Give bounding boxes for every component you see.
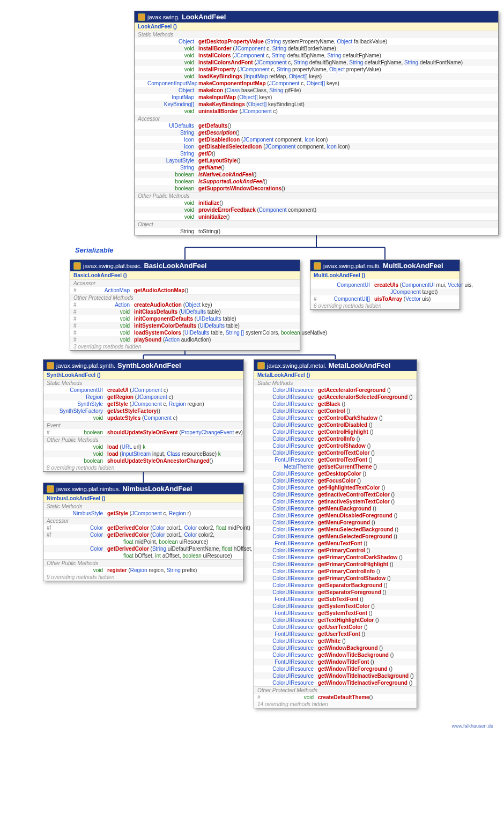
method-list: UIDefaultsgetDefaults()StringgetDescript…: [135, 122, 498, 192]
method-row: voidinstallBorder (JComponent c, String …: [135, 45, 498, 52]
method-row: #voidplaySound (Action audioAction): [70, 336, 300, 343]
method-row: #ComponentUI[]uisToArray (Vector uis): [310, 295, 459, 302]
class-box-nimbuslookandfeel: javax.swing.plaf.nimbus.NimbusLookAndFee…: [43, 483, 244, 581]
method-row: voidload (URL url) k: [43, 443, 243, 450]
method-row: SynthStyleFactoryget/setStyleFactory(): [43, 408, 243, 414]
method-list: #booleanshouldUpdateStyleOnEvent (Proper…: [43, 429, 243, 436]
method-row: ColorUIResourcegetWindowTitleInactiveBac…: [254, 672, 417, 679]
section-label: Other Public Methods: [43, 559, 243, 567]
method-list: voidregister (Region region, String pref…: [43, 567, 243, 574]
method-row: InputMapmakeInputMap (Object[] keys): [135, 94, 498, 101]
method-row: #voidloadSystemColors (UIDefaults table,…: [70, 329, 300, 336]
method-row: #voidinitComponentDefaults (UIDefaults t…: [70, 315, 300, 322]
method-row: ColorUIResourcegetMenuBackground (): [254, 505, 417, 512]
class-icon: [73, 262, 81, 270]
method-row: ColorUIResourcegetMenuSelectedBackground…: [254, 526, 417, 533]
class-icon: [47, 362, 54, 369]
method-row: ColorUIResourcegetPrimaryControlHighligh…: [254, 561, 417, 568]
class-header: javax.swing.plaf.synth.SynthLookAndFeel: [43, 360, 243, 371]
method-row: FontUIResourcegetWindowTitleFont (): [254, 658, 417, 665]
class-icon: [138, 13, 145, 21]
method-row: ColorUIResourcegetDesktopColor (): [254, 470, 417, 477]
method-row: voidinstallProperty (JComponent c, Strin…: [135, 66, 498, 73]
method-row: #voidinitSystemColorDefaults (UIDefaults…: [70, 322, 300, 329]
method-row: voidinstallColorsAndFont (JComponent c, …: [135, 59, 498, 66]
diagram-container: javax.swing.LookAndFeel LookAndFeel () S…: [11, 11, 493, 713]
section-label: Other Protected Methods: [254, 686, 417, 694]
method-row: StringgetName(): [135, 164, 498, 171]
constructor: MultiLookAndFeel (): [310, 271, 459, 279]
method-row: voidregister (Region region, String pref…: [43, 567, 243, 574]
method-row: ColorUIResourcegetAcceleratorForeground …: [254, 387, 417, 394]
method-row: ComponentUIcreateUIs (ComponentUI mui, V…: [310, 281, 459, 288]
credit-link[interactable]: www.falkhausen.de: [11, 723, 493, 729]
method-row-cont: JComponent target): [310, 288, 459, 295]
method-row: ObjectmakeIcon (Class baseClass, String …: [135, 87, 498, 94]
method-row: #booleanshouldUpdateStyleOnEvent (Proper…: [43, 429, 243, 436]
method-row: ColorUIResourcegetFocusColor (): [254, 477, 417, 484]
constructor: NimbusLookAndFeel (): [43, 494, 243, 502]
method-row: ColorUIResourcegetMenuDisabledForeground…: [254, 512, 417, 519]
method-list: ComponentUIcreateUI (JComponent c)Region…: [43, 387, 243, 421]
method-list: StringtoString(): [135, 228, 498, 235]
method-row: ColorgetDerivedColor (String uiDefaultPa…: [43, 545, 243, 552]
method-row: LayoutStylegetLayoutStyle(): [135, 157, 498, 164]
method-row: ColorUIResourcegetBlack (): [254, 401, 417, 408]
class-icon: [314, 262, 321, 270]
hidden-note: 8 overriding methods hidden: [43, 464, 243, 471]
method-list: #ActioncreateAudioAction (Object key)#vo…: [70, 301, 300, 343]
method-row: voiduninstallBorder (JComponent c): [135, 108, 498, 115]
method-list: #ActionMapgetAudioActionMap(): [70, 287, 300, 294]
method-row: ComponentUIcreateUI (JComponent c): [43, 387, 243, 394]
method-row: voidprovideErrorFeedback (Component comp…: [135, 206, 498, 213]
hidden-note: 6 overriding methods hidden: [310, 302, 459, 309]
class-box-metallookandfeel: javax.swing.plaf.metal.MetalLookAndFeel …: [254, 359, 417, 708]
class-icon: [47, 485, 54, 493]
method-row-cont: float bOffset, int aOffset, boolean uiRe…: [43, 552, 243, 559]
class-box-synthlookandfeel: javax.swing.plaf.synth.SynthLookAndFeel …: [43, 359, 244, 472]
method-row: ColorUIResourcegetInactiveSystemTextColo…: [254, 498, 417, 505]
method-row: ColorUIResourcegetControlHighlight (): [254, 428, 417, 435]
method-list: ColorUIResourcegetAcceleratorForeground …: [254, 387, 417, 686]
method-row-cont: float midPoint, boolean uiResource): [43, 538, 243, 545]
method-row: IcongetDisabledSelectedIcon (JComponent …: [135, 143, 498, 150]
method-row: #voidinitClassDefaults (UIDefaults table…: [70, 308, 300, 315]
class-box-multilookandfeel: javax.swing.plaf.multi.MultiLookAndFeel …: [310, 260, 460, 310]
method-list: ObjectgetDesktopPropertyValue (String sy…: [135, 38, 498, 115]
method-row: StringgetID(): [135, 150, 498, 157]
section-label: Other Protected Methods: [70, 294, 300, 301]
method-row: booleangetSupportsWindowDecorations(): [135, 185, 498, 192]
method-row: ColorUIResourcegetControlTextColor (): [254, 449, 417, 456]
method-row: ColorUIResourcegetSystemTextColor (): [254, 603, 417, 610]
method-list: voidinitialize()voidprovideErrorFeedback…: [135, 199, 498, 220]
method-row: ColorUIResourcegetWindowTitleForeground …: [254, 665, 417, 672]
method-row: IcongetDisabledIcon (JComponent componen…: [135, 136, 498, 143]
section-label: Accessor: [43, 517, 243, 524]
method-row: ColorUIResourcegetControlShadow (): [254, 442, 417, 449]
class-box-basiclookandfeel: javax.swing.plaf.basic.BasicLookAndFeel …: [70, 260, 300, 351]
method-row: FontUIResourcegetControlTextFont (): [254, 456, 417, 463]
class-header: javax.swing.plaf.metal.MetalLookAndFeel: [254, 360, 417, 371]
method-row: StringtoString(): [135, 228, 498, 235]
section-label: Static Methods: [254, 379, 417, 387]
method-row: ColorUIResourcegetControlInfo (): [254, 435, 417, 442]
class-box-lookandfeel: javax.swing.LookAndFeel LookAndFeel () S…: [134, 11, 499, 235]
method-row: ColorUIResourcegetWhite (): [254, 638, 417, 644]
method-row: UIDefaultsgetDefaults(): [135, 122, 498, 129]
method-row: #fColorgetDerivedColor (Color color1, Co…: [43, 524, 243, 531]
method-list: voidload (URL url) kvoidload (InputStrea…: [43, 443, 243, 464]
method-row: ColorUIResourcegetControlDarkShadow (): [254, 414, 417, 421]
method-row: ColorUIResourcegetSeparatorForeground (): [254, 589, 417, 596]
section-label: Static Methods: [43, 502, 243, 510]
method-row: ColorUIResourcegetPrimaryControlInfo (): [254, 568, 417, 575]
section-label: Accessor: [135, 115, 498, 122]
serializable-label: Serializable: [75, 246, 493, 254]
method-row: FontUIResourcegetUserTextFont (): [254, 631, 417, 638]
method-row: #voidcreateDefaultTheme(): [254, 694, 417, 701]
method-row: ColorUIResourcegetUserTextColor (): [254, 624, 417, 631]
method-row: ObjectgetDesktopPropertyValue (String sy…: [135, 38, 498, 45]
hidden-note: 14 overriding methods hidden: [254, 701, 417, 708]
section-label: Other Public Methods: [135, 192, 498, 199]
method-row: FontUIResourcegetSystemTextFont (): [254, 610, 417, 617]
method-row: booleanshouldUpdateStyleOnAncestorChange…: [43, 457, 243, 464]
